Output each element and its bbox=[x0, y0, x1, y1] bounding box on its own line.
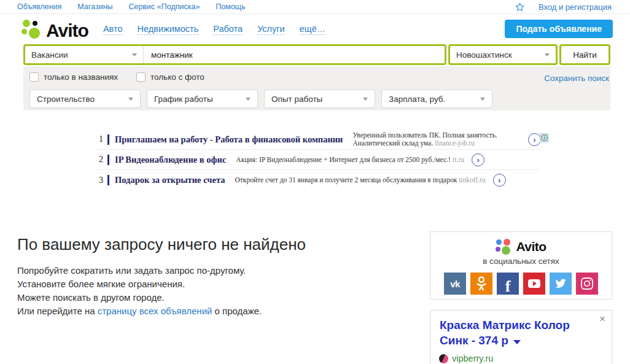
topbar-link-shops[interactable]: Магазины bbox=[77, 2, 112, 11]
social-networks-card: Avito в социальных сетях vk f bbox=[430, 231, 612, 300]
sponsored-domain-link[interactable]: tinkoff.ru bbox=[459, 176, 486, 184]
twitter-icon[interactable] bbox=[550, 273, 572, 295]
sponsored-arrow-button[interactable]: › bbox=[493, 174, 506, 187]
sponsored-arrow-button[interactable]: › bbox=[472, 153, 484, 166]
nav-link-realty[interactable]: Недвижимость bbox=[138, 24, 199, 35]
checkbox-photos-only[interactable] bbox=[136, 72, 146, 82]
sponsored-domain-link[interactable]: rt.ru bbox=[453, 156, 464, 163]
chevron-down-icon bbox=[128, 98, 133, 101]
favorites-star-icon[interactable] bbox=[515, 2, 525, 12]
checkbox-titles-only-label[interactable]: только в названиях bbox=[44, 72, 118, 82]
sponsored-links-block: 1 Приглашаем на работу - Работа в финанс… bbox=[95, 130, 541, 190]
sponsored-divider-bar bbox=[107, 134, 109, 145]
no-results-hint: Попробуйте сократить или задать запрос п… bbox=[17, 264, 386, 277]
facebook-icon[interactable]: f bbox=[497, 273, 519, 295]
avito-logo-dots-icon bbox=[21, 19, 42, 40]
filter-salary-select[interactable]: Зарплата, руб. bbox=[381, 90, 492, 108]
main-nav: Авто Недвижимость Работа Услуги ещё… bbox=[103, 24, 325, 35]
promo-ad-card: × Краска Матрикс Колор Синк - 374 р vipb… bbox=[430, 310, 612, 364]
filter-experience-select[interactable]: Опыт работы bbox=[264, 90, 375, 108]
filter-dropdown-row: Строительство График работы Опыт работы … bbox=[29, 90, 492, 108]
vipberry-logo-icon bbox=[439, 354, 448, 363]
chevron-down-icon bbox=[480, 98, 485, 101]
filter-experience-value: Опыт работы bbox=[271, 95, 322, 104]
promo-domain-link[interactable]: vipberry.ru bbox=[439, 354, 612, 363]
avito-search-page: Объявления Магазины Сервис «Подписка» По… bbox=[0, 0, 630, 364]
sponsored-row: 1 Приглашаем на работу - Работа в финанс… bbox=[95, 130, 541, 150]
header: Avito Авто Недвижимость Работа Услуги ещ… bbox=[0, 15, 630, 44]
instagram-icon[interactable] bbox=[576, 273, 598, 295]
all-ads-link[interactable]: страницу всех объявлений bbox=[98, 306, 212, 316]
chevron-down-icon bbox=[545, 53, 550, 56]
no-results-title: По вашему запросу ничего не найдено bbox=[17, 235, 386, 254]
search-input[interactable] bbox=[144, 47, 445, 63]
sponsored-title-link[interactable]: Приглашаем на работу - Работа в финансов… bbox=[115, 134, 343, 145]
social-icons-row: vk f bbox=[430, 273, 612, 295]
chevron-down-icon bbox=[132, 53, 137, 56]
sponsored-description: Откройте счет до 31 января и получите 2 … bbox=[235, 176, 485, 184]
sponsored-number: 1 bbox=[99, 134, 103, 144]
filter-category-select[interactable]: Строительство bbox=[29, 90, 141, 108]
chevron-down-icon bbox=[246, 98, 251, 101]
promo-ad-title-link[interactable]: Краска Матрикс Колор Синк - 374 р bbox=[430, 311, 612, 348]
no-results-hint: Установите более мягкие ограничения. bbox=[17, 277, 386, 291]
sponsored-title-link[interactable]: IP Видеонаблюдение в офис bbox=[115, 155, 226, 165]
nav-link-auto[interactable]: Авто bbox=[103, 24, 123, 35]
youtube-icon[interactable] bbox=[523, 273, 545, 295]
location-select[interactable]: Новошахтинск bbox=[448, 44, 558, 65]
topbar-link-subscription[interactable]: Сервис «Подписка» bbox=[129, 2, 200, 11]
search-submit-label: Найти bbox=[573, 50, 597, 60]
topbar-link-ads[interactable]: Объявления bbox=[17, 2, 61, 11]
no-results-hint: Или перейдите на страницу всех объявлени… bbox=[17, 304, 386, 318]
post-ad-button[interactable]: Подать объявление bbox=[505, 20, 613, 38]
sponsored-divider-bar bbox=[107, 155, 109, 165]
sponsored-description: Акция: IP Видеонаблюдение + Интернет для… bbox=[236, 156, 464, 164]
sponsored-title-link[interactable]: Подарок за открытие счета bbox=[115, 175, 225, 185]
social-card-logo: Avito bbox=[430, 239, 612, 255]
avito-logo[interactable]: Avito bbox=[21, 19, 88, 40]
category-select[interactable]: Вакансии bbox=[25, 46, 144, 63]
checkbox-photos-only-label[interactable]: только с фото bbox=[150, 72, 204, 82]
vk-glyph: vk bbox=[450, 279, 460, 289]
search-main-box: Вакансии bbox=[23, 44, 446, 65]
filter-schedule-select[interactable]: График работы bbox=[147, 90, 258, 108]
hint-prefix: Или перейдите на bbox=[17, 306, 98, 316]
odnoklassniki-icon[interactable] bbox=[470, 273, 492, 295]
hint-suffix: о продаже. bbox=[212, 306, 262, 316]
sponsored-divider-bar bbox=[107, 175, 109, 185]
checkbox-titles-only[interactable] bbox=[29, 72, 39, 82]
social-card-subtitle: в социальных сетях bbox=[430, 257, 612, 266]
search-submit-button[interactable]: Найти bbox=[559, 44, 610, 65]
login-link[interactable]: Вход и регистрация bbox=[539, 2, 612, 12]
nav-link-jobs[interactable]: Работа bbox=[213, 24, 243, 35]
promo-title-text: Краска Матрикс Колор Синк - 374 р bbox=[440, 319, 570, 347]
ad-info-icon[interactable]: i bbox=[540, 133, 549, 142]
sponsored-desc-text: Уверенный пользователь ПК. Полная занято… bbox=[352, 131, 497, 147]
sponsored-desc-text: Откройте счет до 31 января и получите 2 … bbox=[235, 176, 457, 184]
search-bar: Вакансии Новошахтинск Найти bbox=[23, 44, 610, 65]
avito-logo-text: Avito bbox=[516, 239, 546, 254]
chevron-down-icon bbox=[363, 98, 368, 101]
nav-link-more[interactable]: ещё… bbox=[300, 24, 326, 35]
close-icon[interactable]: × bbox=[599, 315, 605, 323]
nav-link-services[interactable]: Услуги bbox=[257, 24, 285, 35]
topbar-link-help[interactable]: Помощь bbox=[216, 2, 245, 11]
avito-logo-text: Avito bbox=[46, 21, 88, 40]
filter-checkbox-row: только в названиях только с фото bbox=[29, 72, 223, 82]
location-select-value: Новошахтинск bbox=[456, 50, 512, 60]
sponsored-description: Уверенный пользователь ПК. Полная занято… bbox=[352, 131, 521, 147]
filter-salary-value: Зарплата, руб. bbox=[389, 95, 445, 104]
no-results-hint: Можете поискать в другом городе. bbox=[17, 291, 386, 304]
chevron-down-icon[interactable] bbox=[513, 340, 521, 344]
sponsored-number: 3 bbox=[99, 176, 103, 185]
filters-panel: только в названиях только с фото Сохрани… bbox=[23, 66, 610, 110]
sponsored-number: 2 bbox=[99, 155, 103, 165]
category-select-value: Вакансии bbox=[31, 50, 68, 60]
vk-icon[interactable]: vk bbox=[444, 273, 466, 295]
sponsored-domain-link[interactable]: finance-job.ru bbox=[435, 139, 475, 147]
sponsored-arrow-button[interactable]: › bbox=[528, 133, 541, 146]
save-search-link[interactable]: Сохранить поиск bbox=[544, 74, 609, 83]
sponsored-desc-text: Акция: IP Видеонаблюдение + Интернет для… bbox=[236, 156, 450, 163]
top-bar: Объявления Магазины Сервис «Подписка» По… bbox=[0, 0, 630, 14]
promo-domain-text: vipberry.ru bbox=[452, 354, 493, 363]
